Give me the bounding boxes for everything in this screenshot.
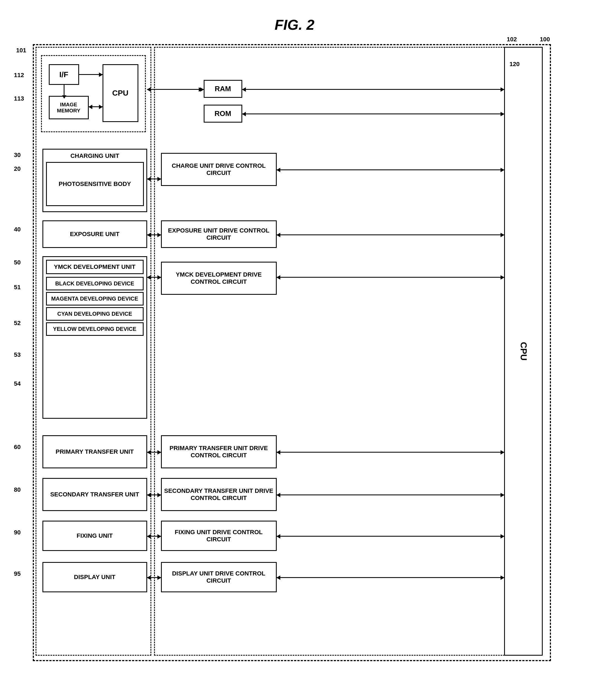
charge-circuit-to-cpu-arrow: [277, 169, 504, 170]
ref-20: 20: [14, 165, 21, 172]
ref-113: 113: [14, 95, 24, 102]
exposure-drive-circuit-box: EXPOSURE UNIT DRIVE CONTROL CIRCUIT: [161, 221, 277, 248]
secondary-transfer-circuit-box: SECONDARY TRANSFER UNIT DRIVE CONTROL CI…: [161, 478, 277, 511]
primary-transfer-circuit-box: PRIMARY TRANSFER UNIT DRIVE CONTROL CIRC…: [161, 435, 277, 468]
yellow-dev-box: YELLOW DEVELOPING DEVICE: [46, 322, 144, 336]
mem-to-cpu-arrow: [89, 106, 103, 107]
cyan-dev-box: CYAN DEVELOPING DEVICE: [46, 307, 144, 321]
ref-112: 112: [14, 72, 24, 79]
charging-section-outer: CHARGING UNIT PHOTOSENSITIVE BODY: [42, 149, 147, 212]
ref-50: 50: [14, 259, 21, 266]
fixing-unit-box: FIXING UNIT: [42, 520, 147, 551]
ref-40: 40: [14, 226, 21, 233]
ref-100: 100: [540, 36, 550, 43]
ref-120: 120: [510, 61, 520, 68]
display-to-circuit-arrow: [147, 577, 161, 578]
exposure-to-circuit-arrow: [147, 235, 161, 235]
main-cpu-to-controller-arrow: [147, 89, 204, 90]
ymck-title-box: YMCK DEVELOPMENT UNIT: [46, 260, 144, 274]
ref-80: 80: [14, 486, 21, 493]
if-to-mem-vline: [64, 85, 64, 96]
ref-90: 90: [14, 529, 21, 536]
exposure-unit-box: EXPOSURE UNIT: [42, 221, 147, 248]
ref-53: 53: [14, 351, 21, 358]
display-unit-box: DISPLAY UNIT: [42, 562, 147, 592]
ref-52: 52: [14, 320, 21, 327]
if-to-cpu-arrow: [79, 74, 103, 75]
charge-drive-circuit-box: CHARGE UNIT DRIVE CONTROL CIRCUIT: [161, 153, 277, 186]
ram-to-right-arrow: [242, 89, 504, 90]
ymck-drive-circuit-box: YMCK DEVELOPMENT DRIVE CONTROL CIRCUIT: [161, 262, 277, 295]
photosensitive-body-box: PHOTOSENSITIVE BODY: [46, 162, 144, 206]
photo-to-charge-circuit-arrow: [147, 179, 161, 180]
rom-box: ROM: [204, 105, 242, 122]
charging-unit-label: CHARGING UNIT: [46, 152, 144, 159]
ref-102: 102: [507, 36, 517, 43]
secondary-transfer-box: SECONDARY TRANSFER UNIT: [42, 478, 147, 511]
if-cpu-section: I/F CPU IMAGE MEMORY: [41, 55, 146, 132]
magenta-dev-box: MAGENTA DEVELOPING DEVICE: [46, 292, 144, 306]
ymck-to-circuit-arrow: [147, 277, 161, 278]
fixing-circuit-to-cpu-arrow: [277, 536, 504, 537]
cpu-top-box: CPU: [103, 64, 138, 122]
ref-51: 51: [14, 284, 21, 291]
ref-30: 30: [14, 151, 21, 159]
if-box: I/F: [49, 64, 79, 85]
ref-60: 60: [14, 443, 21, 451]
secondary-circuit-to-cpu-arrow: [277, 494, 504, 495]
primary-circuit-to-cpu-arrow: [277, 452, 504, 453]
fixing-drive-circuit-box: FIXING UNIT DRIVE CONTROL CIRCUIT: [161, 520, 277, 551]
ref-95: 95: [14, 570, 21, 578]
ref-101: 101: [16, 47, 26, 54]
ymck-outer-box: YMCK DEVELOPMENT UNIT BLACK DEVELOPING D…: [42, 256, 147, 419]
display-circuit-to-cpu-arrow: [277, 577, 504, 578]
secondary-to-circuit-arrow: [147, 494, 161, 495]
ram-box: RAM: [204, 80, 242, 98]
page-title: FIG. 2: [0, 17, 589, 33]
cpu-right-box-120: CPU: [504, 47, 543, 656]
display-drive-circuit-box: DISPLAY UNIT DRIVE CONTROL CIRCUIT: [161, 562, 277, 592]
diagram-container: 100 102 101 112 113 CPU 120 I/F CPU IMAG…: [33, 44, 557, 678]
cpu-right-label: CPU: [518, 342, 528, 361]
black-dev-box: BLACK DEVELOPING DEVICE: [46, 277, 144, 290]
exposure-circuit-to-cpu-arrow: [277, 235, 504, 235]
if-to-mem-arrow-head: [62, 95, 66, 99]
image-memory-box: IMAGE MEMORY: [49, 96, 89, 119]
primary-transfer-box: PRIMARY TRANSFER UNIT: [42, 435, 147, 468]
ymck-circuit-to-cpu-arrow: [277, 277, 504, 278]
fixing-to-circuit-arrow: [147, 536, 161, 537]
rom-to-right-arrow: [242, 113, 504, 114]
primary-to-circuit-arrow: [147, 452, 161, 453]
ref-54: 54: [14, 380, 21, 387]
